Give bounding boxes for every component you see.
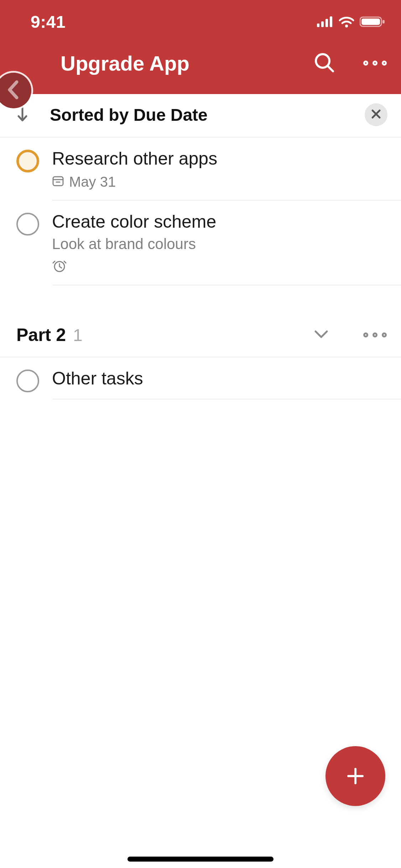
task-title: Create color scheme [52,211,388,232]
task-checkbox[interactable] [16,370,39,392]
more-horizontal-icon [363,61,387,66]
svg-rect-1 [321,21,324,27]
chevron-left-icon [7,80,20,101]
header: 9:41 Upgrade App [0,0,401,94]
search-button[interactable] [313,52,335,74]
section-actions [313,329,387,341]
task-row[interactable]: Create color schemeLook at brand colours [0,201,401,285]
section-more-button[interactable] [363,332,387,337]
svg-rect-3 [330,16,332,27]
task-checkbox[interactable] [16,150,39,172]
page-title: Upgrade App [61,51,189,75]
svg-line-9 [328,66,333,71]
search-icon [313,52,335,74]
task-checkbox[interactable] [16,213,39,236]
sort-control[interactable]: Sorted by Due Date [0,94,401,138]
alarm-icon [52,258,67,275]
chevron-down-icon [313,329,329,341]
task-due-text: May 31 [69,174,116,190]
sort-label: Sorted by Due Date [50,105,208,125]
close-icon [371,109,381,121]
task-due: May 31 [52,174,388,190]
task-row[interactable]: Other tasks [0,357,401,399]
nav-bar: Upgrade App [0,32,401,94]
task-reminder [52,258,388,275]
task-body: Research other appsMay 31 [52,148,401,201]
task-body: Other tasks [52,368,401,399]
cellular-icon [317,16,333,27]
svg-point-4 [345,25,348,27]
section-header[interactable]: Part 21 [0,285,401,357]
task-list: Research other appsMay 31Create color sc… [0,138,401,285]
section-collapse-button[interactable] [313,329,329,341]
svg-rect-7 [382,20,385,24]
svg-rect-11 [53,177,63,186]
svg-rect-0 [317,24,319,27]
more-horizontal-icon [363,332,387,337]
svg-rect-6 [361,19,380,25]
arrow-down-icon [16,105,28,124]
wifi-icon [338,16,355,27]
status-bar: 9:41 [0,0,401,32]
calendar-icon [52,174,64,190]
status-icons [317,16,385,27]
add-task-fab[interactable] [326,746,385,806]
sections: Part 21Other tasks [0,285,401,399]
more-button[interactable] [363,61,387,66]
svg-rect-2 [326,19,328,27]
task-title: Other tasks [52,368,388,389]
battery-icon [360,16,385,27]
section-title: Part 2 [16,325,66,345]
plus-icon [345,765,366,787]
section-count: 1 [73,325,83,345]
home-indicator [127,857,274,862]
task-row[interactable]: Research other appsMay 31 [0,138,401,201]
task-note: Look at brand colours [52,236,388,253]
clear-sort-button[interactable] [365,103,387,126]
status-time: 9:41 [31,12,66,32]
task-body: Create color schemeLook at brand colours [52,211,401,285]
task-title: Research other apps [52,148,388,169]
